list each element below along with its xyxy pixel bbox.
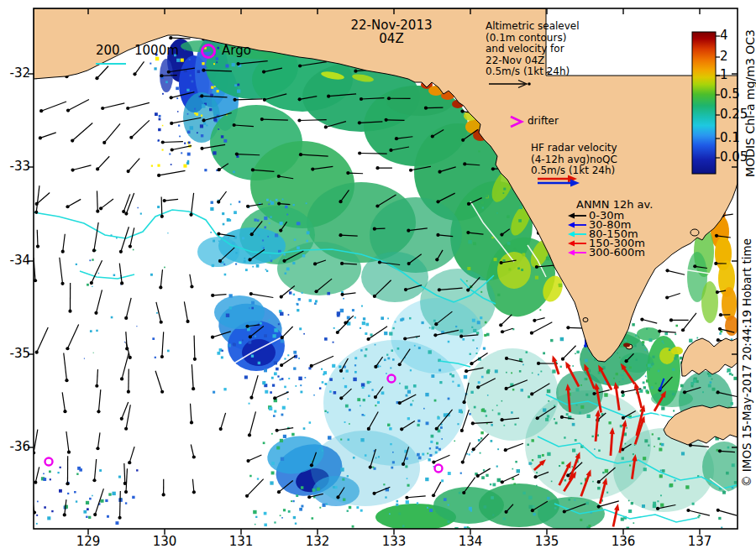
- chl-speckle: [271, 377, 274, 379]
- chl-speckle: [672, 368, 675, 371]
- velocity-arrow-head: [563, 510, 566, 513]
- chl-speckle: [60, 467, 61, 468]
- chl-speckle: [538, 374, 539, 375]
- chl-speckle: [89, 259, 91, 261]
- chl-speckle: [486, 370, 490, 374]
- chl-speckle: [276, 447, 280, 450]
- chl-speckle: [210, 232, 212, 233]
- chl-speckle: [389, 332, 392, 335]
- x-axis-tick-label: 131: [224, 535, 258, 548]
- velocity-arrow-head: [404, 288, 407, 291]
- chl-speckle: [572, 365, 574, 367]
- velocity-arrow-head: [313, 262, 317, 265]
- chl-speckle: [269, 255, 270, 257]
- chl-speckle: [344, 385, 347, 388]
- chl-patch: [311, 431, 420, 506]
- velocity-arrow-head: [717, 338, 720, 342]
- chl-speckle: [187, 113, 189, 115]
- velocity-arrow-head: [491, 167, 495, 170]
- chl-speckle: [669, 348, 671, 351]
- velocity-arrow-head: [61, 250, 65, 253]
- chl-speckle: [311, 517, 313, 520]
- velocity-arrow-head: [97, 410, 100, 413]
- velocity-arrow-head: [339, 200, 342, 203]
- chl-speckle: [391, 467, 393, 469]
- velocity-arrow-head: [466, 231, 470, 234]
- chl-speckle: [303, 427, 306, 430]
- chl-speckle: [428, 458, 430, 461]
- chl-speckle: [528, 496, 532, 499]
- chl-speckle: [448, 504, 449, 505]
- chl-speckle: [212, 264, 214, 267]
- chl-speckle: [254, 218, 256, 221]
- chl-speckle: [643, 457, 646, 460]
- chl-speckle: [281, 339, 284, 342]
- velocity-arrow-head: [39, 109, 43, 112]
- chl-speckle: [732, 374, 733, 376]
- chl-speckle: [405, 465, 407, 468]
- islet: [690, 229, 699, 236]
- velocity-arrow-head: [533, 319, 536, 322]
- chl-speckle: [156, 312, 158, 314]
- chl-speckle: [421, 321, 423, 324]
- chl-speckle: [228, 237, 229, 238]
- velocity-arrow-head: [71, 138, 74, 142]
- velocity-arrow-head: [560, 416, 564, 419]
- velocity-arrow-head: [92, 478, 96, 482]
- velocity-arrow-head: [297, 118, 301, 122]
- velocity-arrow-head: [373, 295, 376, 298]
- chl-speckle: [93, 353, 94, 353]
- chl-speckle: [503, 425, 505, 426]
- chl-speckle: [564, 436, 565, 438]
- chl-speckle: [357, 398, 360, 401]
- chl-speckle: [492, 515, 494, 516]
- chl-speckle: [249, 307, 250, 309]
- chl-speckle: [732, 463, 735, 467]
- x-axis-tick-label: 137: [683, 535, 717, 548]
- chl-speckle: [571, 466, 573, 468]
- map-canvas: [0, 0, 756, 554]
- chl-speckle: [498, 412, 501, 415]
- chl-speckle: [234, 211, 237, 214]
- velocity-arrow-head: [432, 460, 435, 463]
- chl-speckle: [672, 393, 675, 395]
- chl-speckle: [528, 462, 531, 464]
- chl-speckle: [377, 401, 380, 404]
- chl-speckle: [84, 358, 85, 359]
- chl-speckle: [192, 91, 193, 92]
- velocity-arrow-head: [686, 509, 690, 512]
- chl-speckle: [405, 451, 407, 452]
- chl-speckle: [444, 498, 447, 501]
- velocity-arrow-head: [277, 202, 281, 206]
- chl-speckle: [494, 258, 497, 261]
- velocity-arrow-head: [669, 318, 673, 321]
- chl-speckle: [340, 309, 344, 312]
- velocity-arrow-head: [373, 227, 376, 231]
- velocity-arrow-head: [336, 331, 339, 334]
- chl-speckle: [307, 231, 310, 234]
- velocity-arrow-head: [505, 357, 508, 360]
- chl-speckle: [314, 302, 317, 305]
- chl-speckle: [518, 219, 522, 222]
- velocity-arrow-head: [501, 418, 504, 421]
- velocity-arrow-head: [245, 325, 249, 328]
- chl-speckle: [622, 394, 625, 396]
- chl-speckle: [281, 414, 283, 416]
- chl-speckle: [622, 378, 624, 380]
- velocity-arrow-head: [339, 396, 343, 400]
- chl-speckle: [293, 294, 295, 295]
- chl-speckle: [242, 340, 244, 342]
- velocity-arrow-head: [99, 206, 102, 210]
- chl-speckle: [360, 405, 361, 407]
- chl-speckle: [280, 222, 283, 225]
- chl-speckle: [237, 84, 239, 86]
- velocity-arrow-head: [367, 427, 370, 431]
- velocity-arrow-head: [436, 200, 439, 203]
- chl-speckle: [467, 267, 470, 270]
- chl-speckle: [674, 479, 675, 481]
- chl-speckle: [486, 415, 487, 416]
- chl-speckle: [244, 260, 246, 263]
- velocity-arrow-head: [358, 121, 361, 124]
- chl-speckle: [235, 252, 237, 253]
- chl-speckle: [291, 500, 292, 502]
